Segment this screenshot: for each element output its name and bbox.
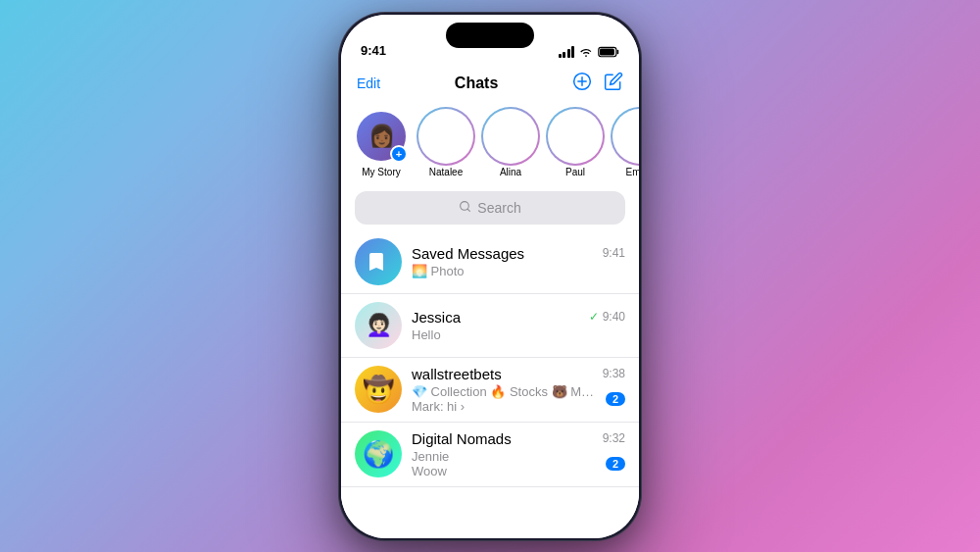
new-group-icon[interactable] <box>572 72 592 96</box>
wallstreetbets-name: wallstreetbets <box>412 366 502 382</box>
story-label-paul: Paul <box>565 167 585 177</box>
header-actions <box>572 72 623 96</box>
digital-nomads-jennie-preview: Jennie <box>412 449 598 464</box>
digital-nomads-name: Digital Nomads <box>412 430 512 447</box>
svg-rect-1 <box>617 49 619 54</box>
digital-nomads-avatar: 🌍 <box>355 430 402 477</box>
svg-rect-2 <box>600 48 614 55</box>
digital-nomads-badge: 2 <box>606 457 625 471</box>
saved-messages-name: Saved Messages <box>412 245 524 262</box>
story-item-my-story[interactable]: 👩🏾 + My Story <box>355 110 408 177</box>
chat-item-digital-nomads[interactable]: 🌍 Digital Nomads 9:32 Jennie Woow <box>341 423 639 487</box>
add-story-badge: + <box>390 145 408 163</box>
jessica-preview: Hello <box>412 327 441 342</box>
wallstreetbets-badge: 2 <box>606 392 625 406</box>
phone-screen: 9:41 <box>341 15 639 538</box>
story-item-emma[interactable]: 👩🏼 Emma <box>613 110 639 177</box>
wallstreetbets-collection-preview: 💎 Collection 🔥 Stocks 🐻 Memes... <box>412 384 598 399</box>
search-icon <box>459 200 471 216</box>
digital-nomads-woow-preview: Woow <box>412 464 598 478</box>
story-label-alina: Alina <box>500 167 521 177</box>
wallstreetbets-mark-preview: Mark: hi › <box>412 399 598 414</box>
dynamic-island <box>446 23 534 48</box>
status-icons <box>559 46 620 58</box>
wifi-icon <box>579 46 593 58</box>
phone-frame: 9:41 <box>338 12 642 541</box>
saved-messages-info: Saved Messages 9:41 🌅 Photo <box>412 245 625 278</box>
search-bar[interactable]: Search <box>355 191 625 225</box>
story-item-natalee[interactable]: 👱‍♀️ Natalee <box>419 110 472 177</box>
digital-nomads-time: 9:32 <box>603 431 625 445</box>
edit-button[interactable]: Edit <box>357 75 380 91</box>
story-item-paul[interactable]: 👨🏻 Paul <box>549 110 602 177</box>
compose-icon[interactable] <box>604 72 623 96</box>
story-label-natalee: Natalee <box>429 167 463 177</box>
jessica-avatar: 👩🏻‍🦱 <box>355 302 402 349</box>
search-placeholder: Search <box>477 200 520 216</box>
battery-icon <box>598 46 619 58</box>
status-time: 9:41 <box>361 43 386 58</box>
saved-messages-preview: 🌅 Photo <box>412 264 465 278</box>
wallstreetbets-avatar: 🤠 <box>355 366 402 413</box>
stories-row: 👩🏾 + My Story 👱‍♀️ Natale <box>341 102 639 185</box>
chat-item-jessica[interactable]: 👩🏻‍🦱 Jessica ✓ 9:40 Hell <box>341 294 639 358</box>
story-item-alina[interactable]: 👩🏽 Alina <box>484 110 537 177</box>
jessica-info: Jessica ✓ 9:40 Hello <box>412 309 625 342</box>
delivered-check-icon: ✓ <box>589 310 599 324</box>
chat-item-saved[interactable]: Saved Messages 9:41 🌅 Photo <box>341 230 639 294</box>
chat-item-wallstreetbets[interactable]: 🤠 wallstreetbets 9:38 💎 Collection 🔥 Sto… <box>341 358 639 423</box>
jessica-name: Jessica <box>412 309 461 326</box>
story-label-my-story: My Story <box>362 167 400 177</box>
saved-messages-avatar <box>355 238 402 285</box>
wallstreetbets-info: wallstreetbets 9:38 💎 Collection 🔥 Stock… <box>412 366 625 414</box>
jessica-time: 9:40 <box>603 310 625 324</box>
status-bar: 9:41 <box>341 15 639 64</box>
signal-icon <box>559 46 575 58</box>
chats-title: Chats <box>455 75 498 92</box>
saved-messages-time: 9:41 <box>603 246 625 260</box>
story-label-emma: Emma <box>626 167 639 177</box>
chat-list: Saved Messages 9:41 🌅 Photo 👩🏻‍🦱 <box>341 230 639 487</box>
wallstreetbets-time: 9:38 <box>603 367 625 380</box>
phone-bezel: 9:41 <box>338 12 642 541</box>
digital-nomads-info: Digital Nomads 9:32 Jennie Woow 2 <box>412 430 625 478</box>
chats-header: Edit Chats <box>341 64 639 102</box>
app-content: Edit Chats <box>341 64 639 538</box>
